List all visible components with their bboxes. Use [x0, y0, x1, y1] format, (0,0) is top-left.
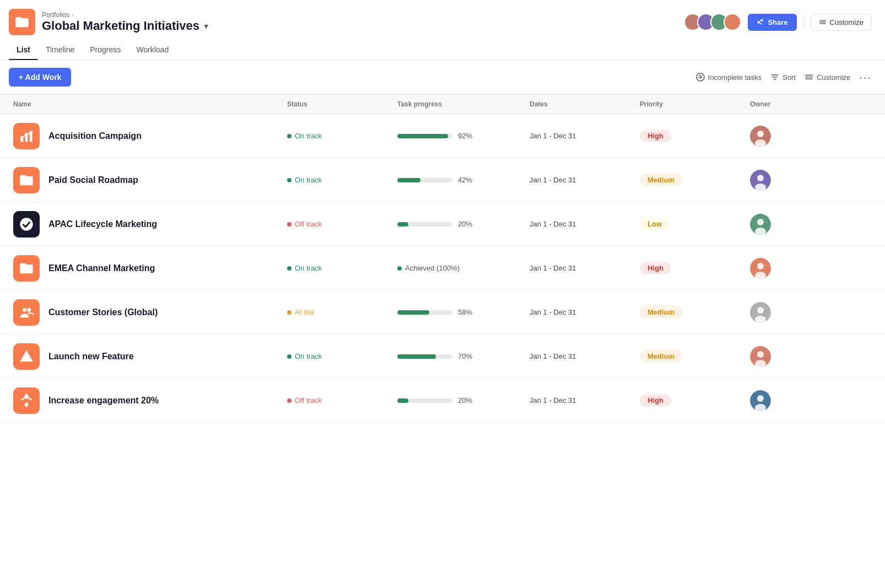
status-badge: On track: [287, 352, 322, 360]
dates-text: Jan 1 - Dec 31: [530, 132, 576, 140]
name-cell: EMEA Channel Marketing: [0, 249, 278, 288]
dates-cell: Jan 1 - Dec 31: [521, 213, 631, 235]
svg-rect-28: [26, 354, 27, 358]
svg-point-14: [757, 175, 764, 181]
status-dot: [287, 134, 292, 138]
avatar-group: [684, 13, 741, 31]
page-title: Global Marketing Initiatives: [42, 19, 199, 33]
table-row[interactable]: Increase engagement 20% Off track 20% Ja…: [0, 379, 885, 423]
sort-action[interactable]: Sort: [770, 73, 796, 82]
customize-action[interactable]: Customize: [805, 73, 850, 82]
svg-point-11: [757, 131, 764, 137]
svg-point-23: [23, 308, 26, 311]
table-row[interactable]: Acquisition Campaign On track 92% Jan 1 …: [0, 114, 885, 158]
title-chevron-icon[interactable]: ▾: [204, 21, 208, 31]
table-row[interactable]: EMEA Channel Marketing On track Achieved…: [0, 246, 885, 290]
owner-avatar: [750, 258, 771, 279]
progress-track: [397, 310, 452, 315]
progress-track: [397, 134, 452, 138]
priority-cell: High: [631, 123, 741, 149]
row-name: Acquisition Campaign: [48, 131, 142, 141]
owner-cell: [741, 119, 840, 153]
header-customize-button[interactable]: Customize: [811, 14, 872, 31]
progress-fill: [397, 398, 408, 403]
progress-cell: 42%: [397, 176, 472, 184]
svg-point-21: [757, 263, 764, 269]
header-divider: [803, 14, 804, 30]
name-content: EMEA Channel Marketing: [13, 255, 155, 282]
dates-text: Jan 1 - Dec 31: [530, 352, 576, 360]
progress-cell: 20%: [397, 220, 472, 228]
breadcrumb-text[interactable]: Portfolios: [42, 11, 69, 19]
incomplete-tasks-action[interactable]: Incomplete tasks: [696, 73, 762, 82]
tab-list[interactable]: List: [9, 40, 38, 60]
progress-cell-container: 20%: [388, 213, 521, 235]
progress-achieved: Achieved (100%): [397, 264, 460, 272]
table-row[interactable]: Customer Stories (Global) At risk 58% Ja…: [0, 290, 885, 335]
status-label: On track: [295, 264, 322, 272]
table-row[interactable]: Launch new Feature On track 70% Jan 1 - …: [0, 335, 885, 379]
folder-icon: [14, 14, 30, 30]
th-status: Status: [278, 95, 388, 114]
progress-cell-container: 42%: [388, 169, 521, 191]
th-priority: Priority: [631, 95, 741, 114]
dates-cell: Jan 1 - Dec 31: [521, 390, 631, 411]
table-row[interactable]: APAC Lifecycle Marketing Off track 20% J…: [0, 202, 885, 246]
share-button[interactable]: Share: [748, 14, 796, 31]
progress-fill: [397, 178, 420, 182]
achieved-dot: [397, 266, 402, 271]
status-cell: On track: [278, 169, 388, 191]
dates-cell: Jan 1 - Dec 31: [521, 169, 631, 191]
tab-workload[interactable]: Workload: [128, 40, 176, 60]
owner-cell: [741, 163, 840, 197]
row-name: APAC Lifecycle Marketing: [48, 219, 157, 229]
owner-cell: [741, 384, 840, 418]
name-content: Acquisition Campaign: [13, 123, 142, 149]
page-header: Portfolios › Global Marketing Initiative…: [0, 0, 885, 35]
owner-avatar: [750, 390, 771, 411]
status-label: At risk: [295, 308, 315, 316]
status-label: On track: [295, 132, 322, 140]
svg-rect-2: [819, 23, 825, 24]
th-owner: Owner: [741, 95, 840, 114]
svg-rect-1: [819, 21, 825, 22]
status-cell: Off track: [278, 390, 388, 411]
progress-label: 58%: [458, 308, 472, 316]
name-cell: Paid Social Roadmap: [0, 160, 278, 200]
more-options-button[interactable]: ···: [859, 72, 872, 83]
dates-cell: Jan 1 - Dec 31: [521, 346, 631, 367]
table-row[interactable]: Paid Social Roadmap On track 42% Jan 1 -…: [0, 158, 885, 202]
progress-label: 70%: [458, 352, 472, 360]
name-content: Paid Social Roadmap: [13, 167, 138, 193]
name-cell: Acquisition Campaign: [0, 116, 278, 156]
tab-progress[interactable]: Progress: [82, 40, 128, 60]
owner-avatar: [750, 170, 771, 191]
status-badge: On track: [287, 176, 322, 184]
status-dot: [287, 354, 292, 359]
name-cell: Launch new Feature: [0, 337, 278, 376]
svg-point-18: [757, 219, 764, 225]
progress-track: [397, 178, 452, 182]
status-dot: [287, 266, 292, 271]
add-work-button[interactable]: + Add Work: [9, 68, 71, 87]
priority-badge: Low: [640, 218, 670, 230]
portfolio-icon: [9, 9, 35, 35]
progress-cell-container: 20%: [388, 390, 521, 411]
tab-timeline[interactable]: Timeline: [38, 40, 82, 60]
dates-text: Jan 1 - Dec 31: [530, 176, 576, 184]
svg-point-16: [20, 218, 33, 230]
dates-cell: Jan 1 - Dec 31: [521, 257, 631, 279]
row-icon: [13, 167, 40, 193]
toolbar-customize-label: Customize: [817, 73, 850, 82]
svg-rect-5: [805, 77, 813, 78]
status-badge: On track: [287, 132, 322, 140]
row-icon: [13, 299, 40, 326]
progress-fill: [397, 222, 408, 226]
status-cell: Off track: [278, 213, 388, 235]
breadcrumb: Portfolios ›: [42, 11, 208, 19]
toolbar-right: Incomplete tasks Sort Customize ···: [696, 72, 872, 83]
svg-rect-6: [805, 79, 813, 80]
svg-point-36: [757, 395, 764, 402]
row-icon: [13, 387, 40, 414]
progress-cell: 58%: [397, 308, 472, 316]
